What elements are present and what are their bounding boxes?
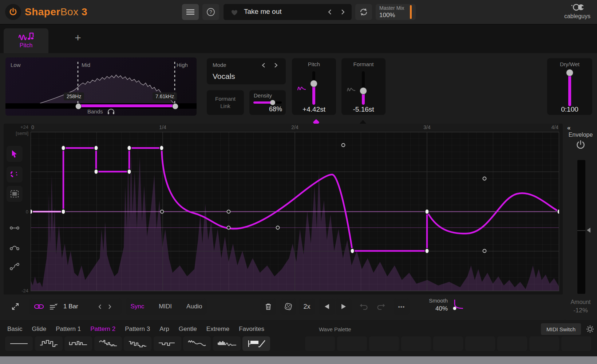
envelope-point[interactable] (557, 209, 560, 214)
marquee-tool-button[interactable] (7, 186, 23, 202)
wave-preset-curve-stairs[interactable] (94, 336, 122, 351)
wave-category-glide[interactable]: Glide (32, 325, 47, 333)
wave-palette-slot[interactable] (497, 336, 527, 351)
preset-next-button[interactable] (341, 9, 345, 15)
pitch-value[interactable]: +4.42st (292, 105, 336, 113)
arc-tool-button[interactable] (7, 239, 23, 255)
wave-preset-step-dips[interactable] (154, 336, 181, 351)
wave-category-pattern-1[interactable]: Pattern 1 (56, 325, 81, 333)
mode-value[interactable]: Vocals (213, 72, 235, 81)
formant-slider-knob[interactable] (360, 87, 367, 95)
length-next-button[interactable] (108, 304, 112, 309)
collapse-panel-button[interactable]: « (567, 124, 570, 132)
formant-value[interactable]: -5.16st (341, 105, 386, 113)
envelope-point[interactable] (425, 209, 429, 214)
smooth-control[interactable]: Smooth 40% (411, 297, 448, 313)
randomize-button[interactable] (280, 299, 296, 315)
envelope-curve-handle[interactable] (483, 249, 486, 253)
wave-category-basic[interactable]: Basic (7, 325, 23, 333)
envelope-point[interactable] (31, 209, 33, 214)
envelope-curve-handle[interactable] (276, 226, 280, 229)
wave-palette-slot[interactable] (337, 336, 367, 351)
wave-category-pattern-2[interactable]: Pattern 2 (90, 325, 115, 333)
tab-pitch[interactable]: Pitch (4, 28, 48, 53)
main-menu-button[interactable] (182, 4, 199, 20)
mode-panel[interactable]: Mode Vocals (207, 58, 286, 84)
envelope-amount-slider[interactable] (577, 160, 585, 294)
band-split-panel[interactable]: Low Mid High 258Hz 7.61kHz Bands (5, 57, 197, 116)
wave-palette-slot[interactable] (369, 336, 399, 351)
envelope-point[interactable] (160, 145, 164, 151)
wave-preset-complex-steps[interactable] (124, 336, 151, 351)
expand-editor-button[interactable] (8, 299, 23, 315)
dry-wet-value[interactable]: 0:100 (547, 105, 592, 113)
wave-palette-slot[interactable] (529, 336, 559, 351)
wave-preset-notched-steps[interactable] (64, 336, 92, 351)
shift-right-button[interactable] (336, 299, 352, 315)
trigger-midi-button[interactable]: MIDI (159, 303, 172, 310)
clear-wave-button[interactable] (260, 299, 276, 315)
envelope-power-button[interactable] (576, 140, 586, 150)
wave-category-favorites[interactable]: Favorites (239, 325, 264, 333)
envelope-editor-canvas[interactable]: 01/42/43/44/4 (31, 124, 559, 295)
pattern-length-value[interactable]: 1 Bar (63, 303, 78, 310)
mode-next-button[interactable] (274, 63, 278, 68)
density-slider-knob[interactable] (270, 100, 275, 105)
envelope-point[interactable] (94, 169, 98, 174)
s-curve-tool-button[interactable] (7, 259, 23, 275)
envelope-curve-handle[interactable] (227, 226, 230, 229)
heart-icon[interactable] (231, 9, 238, 16)
double-wave-button[interactable]: 2x (299, 299, 315, 315)
wave-palette-slot[interactable] (401, 336, 431, 351)
wave-category-pattern-3[interactable]: Pattern 3 (125, 325, 150, 333)
mode-prev-button[interactable] (261, 63, 266, 68)
magnet-tool-button[interactable] (7, 167, 23, 183)
add-band-tab-button[interactable]: + (71, 31, 84, 44)
band-high-split-value[interactable]: 7.61kHz (153, 92, 177, 100)
wave-palette-slot[interactable] (433, 336, 463, 351)
envelope-point[interactable] (94, 145, 98, 151)
envelope-point[interactable] (425, 248, 429, 253)
envelope-point[interactable] (62, 145, 66, 151)
wave-palette-slot[interactable] (465, 336, 495, 351)
shift-left-button[interactable] (319, 299, 335, 315)
headphones-icon[interactable] (107, 109, 115, 114)
formant-envelope-glyph[interactable] (347, 85, 356, 93)
wave-palette-slot[interactable] (561, 336, 591, 351)
midi-switch-button[interactable]: MIDI Switch (541, 323, 581, 335)
wave-category-gentle[interactable]: Gentle (179, 325, 197, 333)
envelope-point[interactable] (62, 209, 66, 214)
help-button[interactable]: ? (202, 4, 219, 20)
more-options-button[interactable]: ••• (394, 299, 410, 315)
wave-preset-bars-wave[interactable] (213, 336, 241, 351)
wave-preset-line-block-ramp[interactable] (242, 336, 270, 351)
envelope-curve-handle[interactable] (227, 210, 230, 213)
plugin-power-button[interactable] (5, 4, 21, 20)
formant-link-button[interactable]: Formant Link (207, 90, 244, 115)
pitch-slider-knob[interactable] (310, 80, 317, 87)
envelope-curve-handle[interactable] (161, 210, 164, 213)
envelope-point[interactable] (351, 248, 355, 253)
master-mix-control[interactable]: Master Mix 100% (376, 4, 416, 20)
length-prev-button[interactable] (98, 304, 102, 309)
trigger-sync-button[interactable]: Sync (130, 303, 144, 310)
preset-prev-button[interactable] (328, 9, 332, 15)
wave-category-extreme[interactable]: Extreme (206, 325, 229, 333)
cursor-tool-button[interactable] (7, 146, 23, 162)
wave-palette-slot[interactable] (305, 336, 335, 351)
gear-icon[interactable] (586, 325, 594, 333)
trigger-audio-button[interactable]: Audio (186, 303, 202, 310)
wave-preset-zigzag-wave[interactable] (183, 336, 211, 351)
pitch-envelope-glyph[interactable] (297, 84, 307, 92)
density-panel[interactable]: Density 68% (249, 90, 286, 115)
wave-category-arp[interactable]: Arp (159, 325, 169, 333)
dry-wet-knob[interactable] (566, 69, 573, 76)
undo-button[interactable] (356, 299, 372, 315)
envelope-point[interactable] (127, 145, 131, 151)
envelope-curve-handle[interactable] (342, 144, 345, 147)
link-icon[interactable] (34, 304, 44, 309)
wave-preset-square-steps[interactable] (35, 336, 63, 351)
envelope-point[interactable] (127, 169, 131, 174)
band-low-split-value[interactable]: 258Hz (64, 92, 84, 100)
loop-compare-button[interactable] (355, 4, 372, 20)
